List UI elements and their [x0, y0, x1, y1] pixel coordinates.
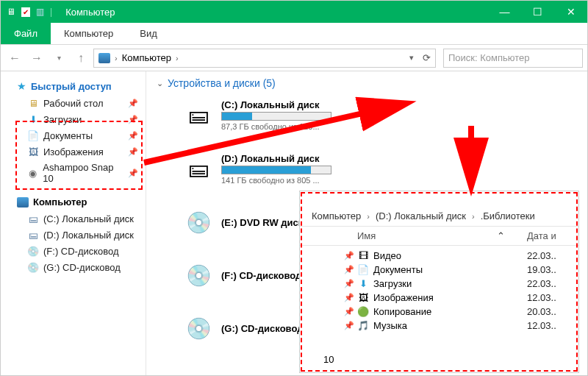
device-name: (G:) CD-дисковод: [221, 323, 303, 334]
chevron-right-icon: ›: [176, 54, 179, 63]
pin-icon: 📌: [344, 265, 353, 274]
app-icon: 🖥: [7, 7, 15, 17]
file-date: 12.03..: [527, 320, 567, 331]
file-icon: ⬇: [357, 278, 369, 289]
file-name: Изображения: [373, 292, 523, 303]
column-name[interactable]: Имя: [357, 230, 497, 241]
sidebar-item-drive-d[interactable]: 🖴(D:) Локальный диск: [1, 227, 146, 243]
desktop-icon: 🖥: [27, 97, 39, 109]
app-icon: ◉: [27, 167, 38, 179]
column-headers[interactable]: Имя ⌃ Дата и: [300, 227, 578, 246]
file-name: Документы: [373, 264, 523, 275]
chevron-right-icon: ›: [472, 212, 475, 221]
device-subtext: 141 ГБ свободно из 805 ...: [221, 176, 331, 185]
computer-header[interactable]: Компьютер: [1, 194, 146, 210]
device-name: (F:) CD-дисковод: [221, 270, 301, 281]
titlebar: 🖥 ✔ ▥ | Компьютер — ☐ ✕: [1, 1, 587, 23]
list-item[interactable]: 📌🖼Изображения12.03..: [344, 291, 567, 305]
quick-access-header[interactable]: ★ Быстрый доступ: [1, 77, 146, 95]
hdd-icon: 🖴: [183, 154, 214, 185]
sidebar-item-label: Рабочий стол: [43, 98, 104, 109]
sidebar-item-label: Ashampoo Snap 10: [43, 162, 123, 184]
quick-access-label: Быстрый доступ: [31, 81, 112, 92]
dvd-icon: 💿: [183, 207, 214, 238]
popup-file-list: 📌🎞Видео22.03.. 📌📄Документы19.03.. 📌⬇Загр…: [300, 246, 578, 333]
sidebar-item-ashampoo[interactable]: ◉Ashampoo Snap 10📌: [1, 160, 146, 186]
qat-checkbox-icon[interactable]: ✔: [21, 7, 30, 17]
cd-icon: 💿: [183, 260, 214, 291]
sidebar-item-drive-c[interactable]: 🖴(C:) Локальный диск: [1, 210, 146, 227]
list-item[interactable]: 📌📄Документы19.03..: [344, 263, 567, 277]
sidebar-item-label: Документы: [43, 130, 93, 141]
file-icon: 🎞: [357, 250, 369, 261]
file-icon: 🎵: [357, 320, 369, 331]
column-date[interactable]: Дата и: [527, 230, 567, 241]
breadcrumb-item[interactable]: (D:) Локальный диск: [376, 210, 466, 221]
list-item[interactable]: 📌🎵Музыка12.03..: [344, 319, 567, 333]
breadcrumb-item[interactable]: .Библиотеки: [481, 210, 535, 221]
address-bar[interactable]: › Компьютер › ▾ ⟳: [93, 49, 436, 68]
maximize-button[interactable]: ☐: [521, 1, 554, 23]
back-button[interactable]: ←: [5, 49, 24, 68]
sidebar-item-drive-g[interactable]: 💿(G:) CD-дисковод: [1, 259, 146, 275]
download-icon: ⬇: [27, 113, 39, 125]
file-date: 12.03..: [527, 292, 567, 303]
chevron-down-icon: ⌄: [157, 79, 163, 88]
hdd-icon: 🖴: [27, 229, 39, 241]
file-icon: 🟢: [357, 306, 369, 317]
file-name: Загрузки: [373, 278, 523, 289]
pin-icon: 📌: [344, 279, 353, 288]
sidebar-item-pictures[interactable]: 🖼Изображения📌: [1, 143, 146, 160]
popup-breadcrumb[interactable]: Компьютер › (D:) Локальный диск › .Библи…: [300, 206, 578, 227]
devices-group-header[interactable]: ⌄ Устройства и диски (5): [157, 77, 577, 89]
list-item[interactable]: 📌🟢Копирование20.03..: [344, 305, 567, 319]
history-dropdown[interactable]: ▾: [49, 49, 68, 68]
device-drive-c[interactable]: 🖴 (C:) Локальный диск 87,3 ГБ свободно и…: [183, 99, 367, 131]
list-item[interactable]: 📌⬇Загрузки22.03..: [344, 277, 567, 291]
sidebar-item-documents[interactable]: 📄Документы📌: [1, 127, 146, 143]
sidebar-item-label: Изображения: [43, 146, 104, 157]
sidebar-item-label: (C:) Локальный диск: [43, 213, 134, 224]
pin-icon: 📌: [344, 251, 353, 260]
computer-icon: [17, 197, 29, 207]
file-date: 22.03..: [527, 278, 567, 289]
item-count: 10: [323, 354, 334, 365]
breadcrumb-item[interactable]: Компьютер: [312, 210, 361, 221]
pin-icon: 📌: [344, 307, 353, 316]
qat-divider: |: [50, 7, 52, 17]
address-toolbar: ← → ▾ ↑ › Компьютер › ▾ ⟳ Поиск: Компьют…: [1, 45, 587, 71]
up-button[interactable]: ↑: [71, 49, 90, 68]
file-icon: 📄: [357, 264, 369, 275]
sidebar-item-desktop[interactable]: 🖥Рабочий стол📌: [1, 95, 146, 111]
breadcrumb-item[interactable]: Компьютер: [122, 52, 171, 63]
search-input[interactable]: Поиск: Компьютер: [443, 49, 583, 68]
pin-icon: 📌: [128, 169, 138, 178]
file-date: 20.03..: [527, 306, 567, 317]
computer-icon: [98, 53, 110, 63]
computer-label: Компьютер: [33, 196, 87, 207]
minimize-button[interactable]: —: [488, 1, 521, 23]
pin-icon: 📌: [128, 99, 138, 108]
forward-button[interactable]: →: [27, 49, 46, 68]
sidebar-item-label: (G:) CD-дисковод: [43, 262, 121, 273]
file-tab[interactable]: Файл: [1, 23, 51, 44]
list-item[interactable]: 📌🎞Видео22.03..: [344, 249, 567, 263]
view-tab[interactable]: Вид: [126, 23, 171, 44]
chevron-right-icon: ›: [367, 212, 370, 221]
file-icon: 🖼: [357, 292, 369, 303]
close-button[interactable]: ✕: [554, 1, 587, 23]
qat-folder-icon[interactable]: ▥: [36, 7, 44, 17]
breadcrumb-dropdown-icon[interactable]: ▾: [409, 53, 414, 63]
pictures-icon: 🖼: [27, 146, 39, 157]
device-drive-d[interactable]: 🖴 (D:) Локальный диск 141 ГБ свободно из…: [183, 153, 367, 185]
sidebar-item-label: (F:) CD-дисковод: [43, 246, 119, 257]
sort-indicator-icon: ⌃: [497, 230, 505, 241]
navigation-pane: ★ Быстрый доступ 🖥Рабочий стол📌 ⬇Загрузк…: [1, 71, 146, 375]
window-title: Компьютер: [58, 7, 115, 18]
refresh-icon[interactable]: ⟳: [423, 52, 431, 63]
sidebar-item-drive-f[interactable]: 💿(F:) CD-дисковод: [1, 243, 146, 259]
group-title-label: Устройства и диски (5): [168, 77, 276, 89]
sidebar-item-downloads[interactable]: ⬇Загрузки📌: [1, 111, 146, 127]
pin-icon: 📌: [344, 321, 353, 330]
computer-tab[interactable]: Компьютер: [51, 23, 126, 44]
